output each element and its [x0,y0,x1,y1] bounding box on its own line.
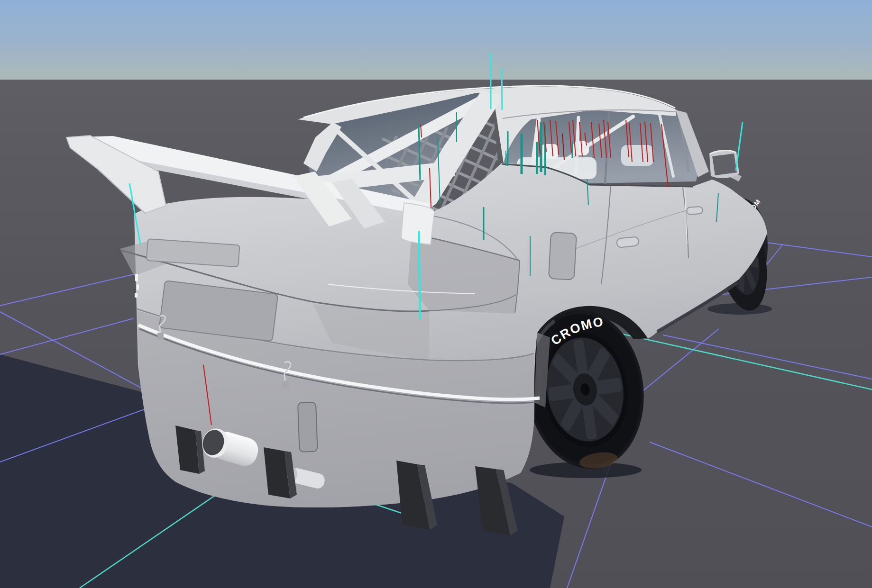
rear-door-handle [616,236,639,248]
front-door-handle [687,207,703,215]
headrest-left [541,144,559,159]
bumper-vent-slot [298,402,318,452]
front-seat-shape [621,145,653,166]
marker-line [502,68,502,110]
3d-viewport[interactable]: CROMO CROM [0,0,872,588]
sky [0,0,872,80]
fuel-door [549,232,577,280]
wing-endplate-right [401,203,434,244]
scene-canvas: CROMO CROM [0,0,872,588]
